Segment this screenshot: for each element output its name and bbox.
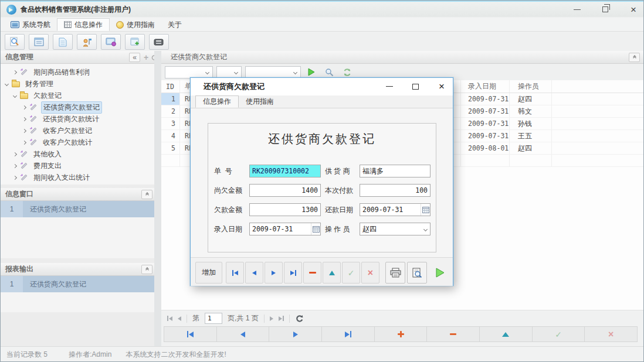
tree-item-receive-customer-debt-statistics[interactable]: 收客户欠款统计 (1, 136, 154, 148)
tree-item-repay-supplier-debt-registration[interactable]: 还供货商欠款登记 (1, 101, 154, 113)
dialog-minimize-button[interactable] (381, 78, 398, 95)
pager-next-button[interactable] (270, 316, 273, 321)
screen-view-button[interactable] (101, 34, 121, 50)
edit-record-button[interactable] (323, 262, 341, 284)
balance-input[interactable] (250, 204, 320, 216)
pager-first-button[interactable] (167, 316, 172, 321)
add-window-button[interactable] (125, 34, 145, 50)
operator-combo[interactable] (360, 223, 431, 235)
dialog-maximize-button[interactable] (406, 78, 424, 95)
pager-last-button[interactable] (279, 316, 284, 321)
entry-date-input[interactable] (250, 223, 311, 235)
collapse-report-output-button[interactable] (141, 265, 152, 274)
entry-date-field[interactable] (249, 223, 321, 235)
post-record-button[interactable]: ✓ (342, 262, 360, 284)
next-record-button[interactable] (265, 262, 283, 284)
dialog-close-button[interactable]: × (433, 78, 450, 95)
refresh-icon (343, 68, 351, 77)
prev-record-button[interactable] (245, 262, 263, 284)
tree-folder-finance-management[interactable]: 财务管理 (1, 78, 154, 90)
tab-system-navigation[interactable]: 系统导航 (4, 18, 57, 31)
nav-last-button[interactable] (322, 327, 375, 341)
delete-record-button[interactable] (303, 262, 321, 284)
tab-user-guide[interactable]: 使用指南 (110, 18, 161, 31)
info-window-item[interactable]: 1 还供货商欠款登记 (1, 201, 154, 217)
minimize-icon (386, 86, 393, 87)
window-restore-button[interactable] (595, 2, 615, 17)
tab-info-operation[interactable]: 信息操作 (57, 18, 110, 31)
filter-refresh-button[interactable] (340, 66, 354, 78)
add-record-button[interactable]: 增加 (195, 262, 222, 284)
column-header-operator[interactable]: 操作员 (510, 80, 552, 93)
document-button[interactable] (53, 34, 73, 50)
nav-edit-button[interactable] (480, 327, 533, 341)
info-window-header: 信息窗口 (1, 188, 154, 201)
filter-search-button[interactable] (322, 66, 336, 78)
repay-date-field[interactable] (360, 203, 431, 216)
execute-button[interactable] (431, 262, 449, 284)
list-item-label: 还供货商欠款登记 (23, 276, 154, 292)
chevron-down-icon[interactable] (421, 223, 430, 235)
filter-combo-2[interactable] (216, 66, 242, 78)
tree-item-other-income[interactable]: 其他收入 (1, 148, 154, 160)
balance-field[interactable] (249, 203, 321, 216)
user-report-button[interactable] (77, 34, 97, 50)
chevron-right-icon (22, 105, 26, 109)
calendar-button[interactable] (311, 223, 320, 235)
page-number-input[interactable] (205, 313, 222, 324)
tree-item-receive-customer-debt-registration[interactable]: 收客户欠款登记 (1, 125, 154, 136)
amount-owed-input[interactable] (250, 185, 320, 196)
filter-run-button[interactable] (304, 66, 318, 78)
report-output-item[interactable]: 1 还供货商欠款登记 (1, 276, 154, 292)
supplier-field[interactable] (360, 165, 431, 177)
nav-post-button[interactable]: ✓ (533, 327, 585, 341)
collapse-sidebar-button[interactable]: « (129, 53, 140, 62)
calendar-button[interactable] (421, 204, 430, 216)
nav-next-button[interactable] (269, 327, 322, 341)
pager-refresh-button[interactable] (295, 315, 303, 323)
tree-item-period-product-sales-profit[interactable]: 期间商品销售利润 (1, 66, 154, 78)
pane-splitter[interactable] (154, 51, 161, 346)
dialog-tab-user-guide[interactable]: 使用指南 (239, 95, 281, 108)
pager-prev-button[interactable] (178, 316, 181, 321)
last-record-button[interactable] (284, 262, 302, 284)
window-minimize-button[interactable] (567, 2, 587, 17)
print-button[interactable] (385, 262, 405, 284)
tree-item-period-income-expense-statistics[interactable]: 期间收入支出统计 (1, 172, 154, 183)
payment-input[interactable] (360, 185, 430, 196)
print-preview-button[interactable] (407, 262, 427, 284)
column-header-id[interactable]: ID (161, 80, 180, 93)
window-close-button[interactable]: × (623, 2, 643, 17)
collapse-info-window-button[interactable] (141, 190, 152, 199)
tree-item-expense-payment[interactable]: 费用支出 (1, 160, 154, 172)
first-record-button[interactable] (226, 262, 244, 284)
nav-first-button[interactable] (164, 327, 217, 341)
collapse-main-panel-button[interactable] (629, 53, 640, 62)
dialog-tab-info-operation[interactable]: 信息操作 (195, 95, 239, 108)
tool-icon (29, 138, 38, 146)
amount-owed-field[interactable] (249, 184, 321, 197)
tab-about[interactable]: 关于 (161, 18, 188, 31)
payment-field[interactable] (360, 184, 431, 197)
nav-delete-button[interactable] (427, 327, 480, 341)
supplier-input[interactable] (360, 165, 430, 177)
order-no-field[interactable] (249, 165, 321, 177)
operator-input[interactable] (360, 223, 421, 235)
form-view-button[interactable] (29, 34, 49, 50)
filter-combo-1[interactable] (165, 66, 213, 78)
monitor-icon (106, 37, 116, 46)
browse-search-button[interactable] (5, 34, 25, 50)
cancel-edit-button[interactable]: × (361, 262, 379, 284)
nav-insert-button[interactable] (375, 327, 428, 341)
output-button[interactable] (149, 34, 169, 50)
tree-item-repay-supplier-debt-statistics[interactable]: 还供货商欠款统计 (1, 113, 154, 125)
tree-folder-debt-registration[interactable]: 欠款登记 (1, 90, 154, 101)
repay-date-input[interactable] (360, 204, 421, 216)
order-no-input[interactable] (250, 165, 320, 177)
nav-prev-button[interactable] (217, 327, 270, 341)
grid-pager: 第 页,共 1 页 (161, 310, 644, 326)
nav-cancel-button[interactable]: × (585, 327, 637, 341)
filter-combo-3[interactable] (245, 66, 301, 78)
column-header-date[interactable]: 录入日期 (461, 80, 510, 93)
menu-tab-bar: 系统导航 信息操作 使用指南 关于 (1, 18, 644, 32)
